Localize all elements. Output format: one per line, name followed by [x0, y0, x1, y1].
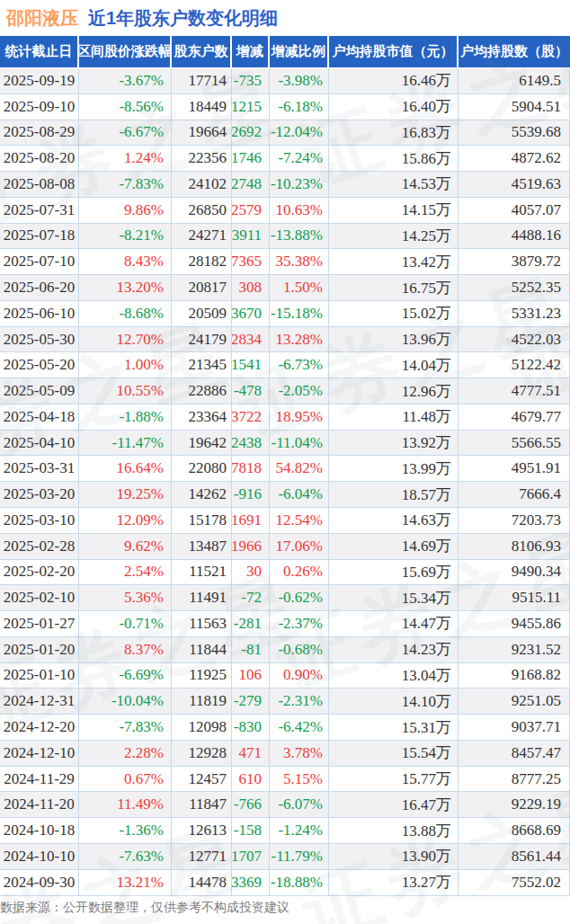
table-row: 2025-08-08-7.83%24102-2748-10.23%14.53万4…: [0, 172, 570, 198]
cell-change-ratio: 54.82%: [270, 456, 329, 482]
cell-holders: 11521: [172, 560, 232, 586]
cell-avg-shares: 4951.91: [459, 456, 570, 482]
cell-date: 2024-12-20: [0, 715, 79, 741]
cell-change-ratio: -10.23%: [270, 172, 329, 198]
cell-price-change: 2.54%: [79, 560, 172, 586]
cell-avg-shares: 9231.52: [459, 637, 570, 663]
cell-change-ratio: 18.95%: [270, 404, 329, 431]
cell-avg-shares: 4057.07: [459, 198, 570, 224]
cell-change-ratio: 10.63%: [270, 198, 329, 224]
cell-avg-market-value: 14.04万: [329, 352, 459, 378]
cell-holders: 22356: [172, 146, 232, 172]
cell-price-change: -8.21%: [79, 224, 172, 250]
cell-avg-market-value: 13.99万: [329, 456, 459, 482]
cell-price-change: -3.67%: [79, 68, 172, 94]
cell-avg-shares: 9515.11: [459, 585, 570, 611]
table-body: 2025-09-19-3.67%17714-735-3.98%16.46万614…: [0, 68, 570, 896]
cell-change: 2834: [232, 327, 270, 353]
table-row: 2025-07-18-8.21%24271-3911-13.88%14.25万4…: [0, 224, 570, 250]
cell-date: 2024-10-18: [0, 818, 79, 844]
cell-change-ratio: -1.24%: [270, 818, 329, 844]
cell-holders: 17714: [172, 68, 232, 94]
cell-change-ratio: -13.88%: [270, 224, 329, 250]
cell-avg-market-value: 14.53万: [329, 172, 459, 198]
cell-holders: 26850: [172, 198, 232, 224]
cell-change: -2748: [232, 172, 270, 198]
cell-holders: 14262: [172, 482, 232, 508]
cell-price-change: 1.00%: [79, 352, 172, 378]
cell-avg-market-value: 16.75万: [329, 275, 459, 301]
table-row: 2024-10-10-7.63%12771-1707-11.79%13.90万8…: [0, 844, 570, 870]
cell-change-ratio: 1.50%: [270, 275, 329, 301]
cell-avg-market-value: 15.34万: [329, 585, 459, 611]
cell-avg-market-value: 13.96万: [329, 327, 459, 353]
cell-avg-market-value: 15.86万: [329, 146, 459, 172]
cell-change-ratio: -6.73%: [270, 352, 329, 378]
cell-avg-market-value: 14.47万: [329, 611, 459, 637]
cell-avg-market-value: 13.04万: [329, 663, 459, 689]
cell-holders: 20509: [172, 301, 232, 327]
cell-change: 7818: [232, 456, 270, 482]
cell-avg-market-value: 15.02万: [329, 301, 459, 327]
cell-holders: 11847: [172, 792, 232, 818]
cell-change: -72: [232, 585, 270, 611]
cell-avg-shares: 7552.02: [459, 870, 570, 896]
page-title: 邵阳液压近1年股东户数变化明细: [6, 5, 278, 31]
cell-date: 2025-09-19: [0, 68, 79, 94]
cell-avg-shares: 8457.47: [459, 741, 570, 767]
table-row: 2025-04-18-1.88%23364372218.95%11.48万467…: [0, 404, 570, 431]
cell-holders: 21345: [172, 352, 232, 378]
cell-avg-market-value: 15.77万: [329, 767, 459, 793]
column-header-2: 股东户数: [172, 36, 232, 67]
cell-change-ratio: -2.05%: [270, 378, 329, 404]
cell-change-ratio: -2.37%: [270, 611, 329, 637]
table-row: 2024-11-290.67%124576105.15%15.77万8777.2…: [0, 767, 570, 793]
cell-change: -830: [232, 715, 270, 741]
stock-name: 邵阳液压: [6, 8, 78, 28]
cell-date: 2025-01-20: [0, 637, 79, 663]
cell-avg-shares: 5122.42: [459, 352, 570, 378]
cell-holders: 11563: [172, 611, 232, 637]
cell-avg-shares: 4519.63: [459, 172, 570, 198]
cell-holders: 14478: [172, 870, 232, 896]
cell-change-ratio: -18.88%: [270, 870, 329, 896]
cell-change-ratio: 0.26%: [270, 560, 329, 586]
cell-holders: 24102: [172, 172, 232, 198]
cell-avg-market-value: 13.27万: [329, 870, 459, 896]
cell-holders: 23364: [172, 404, 232, 431]
table-row: 2024-12-102.28%129284713.78%15.54万8457.4…: [0, 741, 570, 767]
cell-price-change: 2.28%: [79, 741, 172, 767]
cell-date: 2025-05-09: [0, 378, 79, 404]
table-row: 2025-06-2013.20%208173081.50%16.75万5252.…: [0, 275, 570, 301]
cell-avg-market-value: 12.96万: [329, 378, 459, 404]
cell-price-change: 0.67%: [79, 767, 172, 793]
cell-price-change: 8.43%: [79, 249, 172, 275]
cell-avg-shares: 4777.51: [459, 378, 570, 404]
table-row: 2025-01-27-0.71%11563-281-2.37%14.47万945…: [0, 611, 570, 637]
column-header-3: 增减: [232, 36, 270, 67]
cell-change: -3369: [232, 870, 270, 896]
cell-avg-market-value: 16.83万: [329, 120, 459, 147]
cell-date: 2025-01-10: [0, 663, 79, 689]
cell-holders: 13487: [172, 534, 232, 560]
cell-price-change: -6.67%: [79, 120, 172, 147]
cell-change: -281: [232, 611, 270, 637]
cell-change: -1541: [232, 352, 270, 378]
cell-change-ratio: -6.07%: [270, 792, 329, 818]
cell-price-change: -6.69%: [79, 663, 172, 689]
cell-avg-market-value: 16.47万: [329, 792, 459, 818]
cell-date: 2025-05-30: [0, 327, 79, 353]
cell-date: 2025-03-10: [0, 508, 79, 534]
cell-avg-shares: 4488.16: [459, 224, 570, 250]
cell-change-ratio: -15.18%: [270, 301, 329, 327]
cell-price-change: -11.47%: [79, 431, 172, 457]
cell-price-change: 10.55%: [79, 378, 172, 404]
cell-price-change: 9.86%: [79, 198, 172, 224]
cell-change: -766: [232, 792, 270, 818]
cell-avg-market-value: 18.57万: [329, 482, 459, 508]
cell-date: 2025-04-10: [0, 431, 79, 457]
cell-avg-shares: 5252.35: [459, 275, 570, 301]
cell-change: 30: [232, 560, 270, 586]
cell-price-change: 13.21%: [79, 870, 172, 896]
cell-holders: 18449: [172, 94, 232, 120]
